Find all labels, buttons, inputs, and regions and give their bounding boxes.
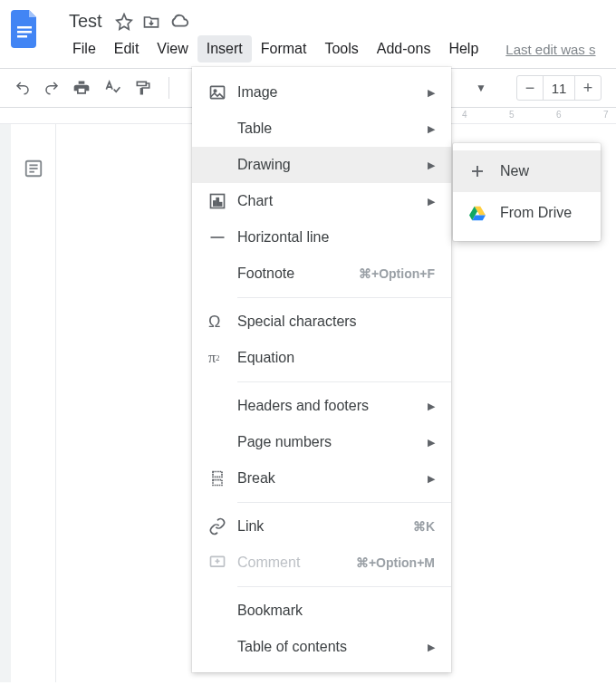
star-icon[interactable] <box>115 13 133 31</box>
cloud-icon[interactable] <box>169 13 189 31</box>
font-size-decrease[interactable]: − <box>517 76 543 100</box>
menu-label: Bookmark <box>237 603 435 619</box>
submenu-label: From Drive <box>500 205 572 221</box>
insert-page-numbers[interactable]: Page numbers ▶ <box>192 424 451 460</box>
outline-icon[interactable] <box>24 159 43 682</box>
insert-link[interactable]: Link ⌘K <box>192 508 451 545</box>
document-title[interactable]: Test <box>65 9 106 34</box>
paint-format-icon[interactable] <box>134 79 152 97</box>
svg-rect-1 <box>17 31 32 34</box>
menubar: File Edit View Insert Format Tools Add-o… <box>51 35 616 68</box>
insert-menu-dropdown: Image ▶ Table ▶ Drawing ▶ Chart ▶ Horizo… <box>192 67 451 672</box>
insert-comment: Comment ⌘+Option+M <box>192 545 451 581</box>
chevron-right-icon: ▶ <box>428 196 435 207</box>
shortcut: ⌘K <box>413 519 435 534</box>
insert-horizontal-line[interactable]: Horizontal line <box>192 219 451 256</box>
svg-rect-2 <box>17 35 27 38</box>
insert-toc[interactable]: Table of contents ▶ <box>192 629 451 665</box>
ruler-mark: 5 <box>509 110 515 120</box>
menu-label: Headers and footers <box>237 398 428 414</box>
shortcut: ⌘+Option+F <box>359 266 435 281</box>
insert-footnote[interactable]: Footnote ⌘+Option+F <box>192 256 451 292</box>
svg-rect-0 <box>17 26 32 29</box>
insert-image[interactable]: Image ▶ <box>192 74 451 111</box>
insert-table[interactable]: Table ▶ <box>192 111 451 147</box>
menu-help[interactable]: Help <box>439 35 487 63</box>
insert-drawing[interactable]: Drawing ▶ <box>192 147 451 183</box>
svg-rect-12 <box>220 203 222 206</box>
menu-label: Image <box>237 84 428 101</box>
menu-view[interactable]: View <box>148 35 197 63</box>
insert-bookmark[interactable]: Bookmark <box>192 593 451 629</box>
font-size-control: − 11 + <box>516 75 602 101</box>
drawing-from-drive[interactable]: From Drive <box>453 192 601 234</box>
submenu-label: New <box>500 163 529 179</box>
ruler-mark: 4 <box>462 110 467 120</box>
menu-separator <box>237 586 451 587</box>
menu-format[interactable]: Format <box>252 35 316 63</box>
chevron-right-icon: ▶ <box>428 159 435 171</box>
plus-icon <box>467 163 487 179</box>
menu-separator <box>237 297 451 298</box>
app-header: Test File Edit View Insert Format Tools … <box>0 0 616 68</box>
drawing-new[interactable]: New <box>453 150 601 192</box>
insert-chart[interactable]: Chart ▶ <box>192 183 451 219</box>
menu-separator <box>237 381 451 382</box>
menu-label: Special characters <box>237 314 435 330</box>
pi-icon: π2 <box>208 350 237 366</box>
font-size-value[interactable]: 11 <box>543 76 575 100</box>
comment-icon <box>208 554 237 572</box>
move-icon[interactable] <box>142 13 160 31</box>
print-icon[interactable] <box>72 79 91 97</box>
ruler-mark: 6 <box>556 110 562 120</box>
redo-icon[interactable] <box>43 80 60 96</box>
svg-rect-10 <box>214 201 216 206</box>
ruler-mark: 7 <box>603 110 609 120</box>
menu-label: Horizontal line <box>237 229 435 246</box>
menu-label: Equation <box>237 350 435 366</box>
chart-icon <box>208 192 237 210</box>
menu-label: Link <box>237 518 413 535</box>
menu-edit[interactable]: Edit <box>105 35 149 63</box>
chevron-right-icon: ▶ <box>428 123 435 135</box>
svg-point-8 <box>214 90 217 92</box>
insert-headers-footers[interactable]: Headers and footers ▶ <box>192 388 451 424</box>
chevron-right-icon: ▶ <box>428 642 435 653</box>
outline-rail <box>11 124 56 682</box>
chevron-right-icon: ▶ <box>428 400 435 412</box>
docs-logo[interactable] <box>7 7 43 51</box>
image-icon <box>208 83 237 101</box>
menu-label: Table <box>237 121 428 137</box>
spellcheck-icon[interactable] <box>103 79 121 97</box>
insert-special-chars[interactable]: Ω Special characters <box>192 304 451 340</box>
menu-insert[interactable]: Insert <box>197 35 252 63</box>
menu-tools[interactable]: Tools <box>315 35 367 63</box>
undo-icon[interactable] <box>14 80 31 96</box>
menu-label: Drawing <box>237 157 428 173</box>
insert-equation[interactable]: π2 Equation <box>192 340 451 376</box>
font-size-increase[interactable]: + <box>575 76 601 100</box>
chevron-right-icon: ▶ <box>428 87 435 99</box>
last-edit-link[interactable]: Last edit was s <box>505 42 595 57</box>
menu-file[interactable]: File <box>63 35 105 63</box>
menu-separator <box>237 502 451 503</box>
toolbar-separator <box>168 77 169 99</box>
line-icon <box>208 228 237 246</box>
drive-icon <box>467 205 487 221</box>
omega-icon: Ω <box>208 313 237 332</box>
chevron-right-icon: ▶ <box>428 473 435 485</box>
link-icon <box>208 517 237 535</box>
menu-label: Comment <box>237 555 356 571</box>
menu-label: Footnote <box>237 265 359 282</box>
menu-label: Chart <box>237 193 428 209</box>
menu-label: Table of contents <box>237 639 428 655</box>
svg-rect-11 <box>217 198 218 206</box>
menu-label: Break <box>237 470 428 487</box>
insert-break[interactable]: Break ▶ <box>192 460 451 497</box>
chevron-right-icon: ▶ <box>428 437 435 449</box>
menu-label: Page numbers <box>237 434 428 450</box>
shortcut: ⌘+Option+M <box>356 555 435 570</box>
drawing-submenu: New From Drive <box>453 143 601 241</box>
zoom-dropdown-icon[interactable]: ▼ <box>476 82 486 94</box>
menu-addons[interactable]: Add-ons <box>368 35 440 63</box>
